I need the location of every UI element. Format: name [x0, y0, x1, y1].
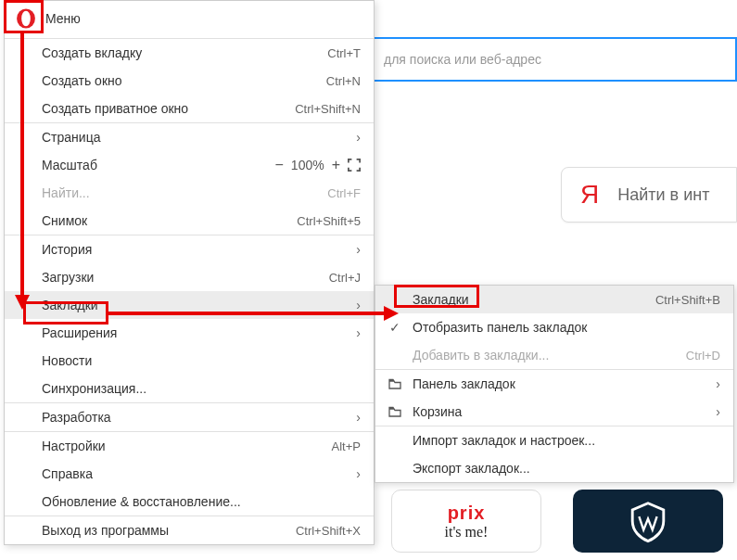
submenu-item-add: Добавить в закладки... Ctrl+D — [375, 341, 733, 369]
menu-label: Найти... — [42, 185, 327, 200]
zoom-value: 100% — [291, 158, 324, 172]
menu-label: Страница — [42, 130, 349, 145]
menu-item-sync[interactable]: Синхронизация... — [5, 375, 374, 402]
menu-item-help[interactable]: Справка › — [5, 460, 374, 488]
zoom-in-button[interactable]: + — [332, 157, 340, 173]
chevron-right-icon: › — [356, 466, 361, 481]
submenu-item-bookmarks[interactable]: Закладки Ctrl+Shift+B — [375, 286, 733, 313]
menu-shortcut: Ctrl+T — [327, 46, 361, 60]
fullscreen-icon[interactable] — [348, 159, 361, 172]
submenu-item-bar[interactable]: Панель закладок › — [375, 370, 733, 398]
menu-item-exit[interactable]: Выход из программы Ctrl+Shift+X — [5, 516, 374, 544]
menu-item-dev[interactable]: Разработка › — [5, 403, 374, 431]
menu-item-extensions[interactable]: Расширения › — [5, 319, 374, 347]
menu-item-downloads[interactable]: Загрузки Ctrl+J — [5, 263, 374, 291]
menu-header: Меню — [5, 1, 374, 38]
chevron-right-icon: › — [356, 298, 361, 312]
menu-item-zoom: Масштаб − 100% + — [5, 151, 374, 179]
submenu-shortcut: Ctrl+Shift+B — [655, 293, 720, 307]
tile-prix-sub: it's me! — [445, 524, 489, 541]
chevron-right-icon: › — [716, 376, 720, 391]
shield-icon — [626, 499, 670, 543]
menu-shortcut: Ctrl+Shift+N — [295, 102, 361, 116]
menu-label: Закладки — [42, 298, 349, 312]
submenu-item-trash[interactable]: Корзина › — [375, 398, 733, 426]
zoom-out-button[interactable]: − — [275, 157, 284, 173]
yandex-search-widget[interactable]: Я Найти в инт — [561, 167, 737, 223]
menu-item-find: Найти... Ctrl+F — [5, 179, 374, 207]
svg-point-1 — [21, 11, 31, 27]
submenu-item-show-bar[interactable]: ✓ Отобразить панель закладок — [375, 313, 733, 341]
menu-label: Расширения — [42, 325, 349, 340]
chevron-right-icon: › — [356, 242, 361, 257]
chevron-right-icon: › — [716, 404, 720, 419]
submenu-item-import[interactable]: Импорт закладок и настроек... — [375, 426, 733, 454]
check-icon: ✓ — [387, 320, 403, 335]
menu-shortcut: Ctrl+F — [327, 186, 361, 200]
menu-item-new-tab[interactable]: Создать вкладку Ctrl+T — [5, 39, 374, 67]
tile-prix-text: prix — [448, 503, 486, 524]
menu-item-page[interactable]: Страница › — [5, 123, 374, 151]
menu-label: Создать приватное окно — [42, 101, 295, 116]
chevron-right-icon: › — [356, 410, 361, 425]
menu-shortcut: Alt+P — [332, 439, 361, 453]
menu-item-settings[interactable]: Настройки Alt+P — [5, 432, 374, 460]
menu-shortcut: Ctrl+Shift+X — [296, 524, 361, 538]
menu-label: Обновление & восстановление... — [42, 494, 361, 509]
omnibox-placeholder: для поиска или веб-адрес — [384, 52, 541, 67]
menu-label: Снимок — [42, 213, 297, 228]
chevron-right-icon: › — [356, 325, 361, 340]
menu-item-new-private[interactable]: Создать приватное окно Ctrl+Shift+N — [5, 95, 374, 122]
submenu-label: Корзина — [413, 404, 708, 419]
submenu-label: Панель закладок — [413, 376, 708, 391]
menu-label: История — [42, 242, 349, 257]
folder-icon — [387, 406, 403, 417]
menu-label: Разработка — [42, 410, 349, 425]
menu-item-bookmarks[interactable]: Закладки › — [5, 291, 374, 319]
bookmarks-submenu: Закладки Ctrl+Shift+B ✓ Отобразить панел… — [375, 285, 734, 483]
menu-item-update[interactable]: Обновление & восстановление... — [5, 488, 374, 515]
menu-label: Новости — [42, 353, 361, 368]
submenu-label: Добавить в закладки... — [413, 348, 686, 363]
menu-shortcut: Ctrl+N — [326, 74, 361, 88]
menu-label: Выход из программы — [42, 523, 296, 538]
menu-shortcut: Ctrl+Shift+5 — [297, 214, 361, 228]
menu-item-news[interactable]: Новости — [5, 347, 374, 375]
submenu-label: Импорт закладок и настроек... — [413, 433, 720, 448]
yandex-label: Найти в инт — [617, 185, 709, 205]
menu-item-snapshot[interactable]: Снимок Ctrl+Shift+5 — [5, 207, 374, 235]
opera-logo-icon — [16, 8, 36, 29]
menu-label: Создать окно — [42, 73, 326, 88]
opera-main-menu: Меню Создать вкладку Ctrl+T Создать окно… — [4, 0, 375, 545]
omnibox[interactable]: для поиска или веб-адрес — [375, 37, 737, 82]
menu-label: Справка — [42, 466, 349, 481]
menu-item-history[interactable]: История › — [5, 235, 374, 263]
menu-label: Синхронизация... — [42, 381, 361, 396]
yandex-logo-icon: Я — [580, 180, 599, 210]
menu-item-new-window[interactable]: Создать окно Ctrl+N — [5, 67, 374, 95]
menu-title: Меню — [45, 11, 81, 26]
submenu-shortcut: Ctrl+D — [686, 349, 720, 363]
submenu-label: Экспорт закладок... — [413, 461, 720, 476]
menu-label: Загрузки — [42, 270, 329, 285]
submenu-label: Отобразить панель закладок — [413, 320, 720, 335]
submenu-item-export[interactable]: Экспорт закладок... — [375, 454, 733, 482]
folder-icon — [387, 378, 403, 389]
submenu-label: Закладки — [413, 292, 655, 307]
menu-label: Настройки — [42, 439, 332, 453]
speed-dial-tile-prix[interactable]: prix it's me! — [391, 490, 541, 553]
chevron-right-icon: › — [356, 130, 361, 145]
speed-dial-tile-wg[interactable] — [573, 490, 723, 553]
menu-label: Создать вкладку — [42, 45, 327, 60]
menu-label: Масштаб — [42, 158, 275, 172]
menu-shortcut: Ctrl+J — [329, 271, 361, 285]
